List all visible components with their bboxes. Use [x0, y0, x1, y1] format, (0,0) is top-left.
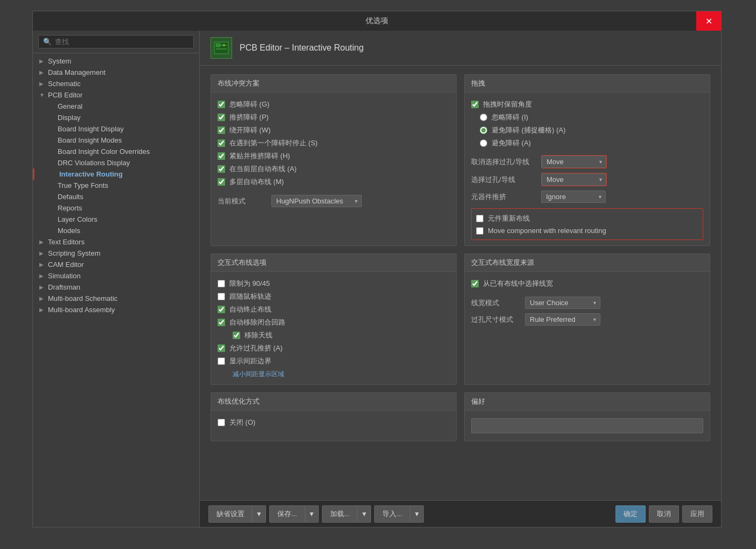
deselect-select[interactable]: Move Drag — [542, 156, 606, 168]
checkbox-stop-first-input[interactable] — [218, 139, 225, 147]
sidebar-item-true-type-fonts[interactable]: True Type Fonts — [33, 180, 199, 191]
cancel-button[interactable]: 取消 — [649, 505, 679, 523]
rerout-checkbox-row[interactable]: 元件重新布线 — [476, 212, 698, 225]
checkbox-push-obstacle[interactable]: 推挤障碍 (P) — [218, 111, 450, 124]
checkbox-around-obstacle[interactable]: 绕开障碍 (W) — [218, 124, 450, 137]
checkbox-ignore-obstacle[interactable]: 忽略障碍 (G) — [218, 98, 450, 111]
radio-avoid-grid-input[interactable] — [480, 126, 487, 134]
select-via-select-wrap[interactable]: Move Drag — [541, 173, 607, 186]
checkbox-hug-push[interactable]: 紧贴并推挤障碍 (H) — [218, 150, 450, 163]
load-dropdown[interactable]: ▼ — [358, 505, 371, 523]
opt-close-row[interactable]: 关闭 (O) — [218, 416, 450, 429]
checkbox-multi-layer-route[interactable]: 多层自动布线 (M) — [218, 175, 450, 188]
sidebar-item-board-insight-modes[interactable]: Board Insight Modes — [33, 135, 199, 146]
radio-avoid-obstacle[interactable]: 避免障碍 (A) — [480, 137, 703, 150]
checkbox-hug-push-input[interactable] — [218, 152, 225, 160]
panel-scroll-content[interactable]: 布线冲突方案 忽略障碍 (G) 推挤障碍 (P) — [200, 66, 721, 500]
pref-input[interactable] — [471, 418, 703, 433]
via-size-select-wrap[interactable]: Rule Preferred User Choice Rule Minimum … — [525, 313, 600, 326]
move-comp-checkbox-row[interactable]: Move component with relevant routing — [476, 225, 698, 236]
checkbox-stop-first[interactable]: 在遇到第一个障碍时停止 (S) — [218, 137, 450, 150]
checkbox-ignore-obstacle-input[interactable] — [218, 101, 225, 108]
main-content: 🔍 ▶ System ▶ Data Management ▶ Sc — [33, 31, 721, 527]
move-comp-checkbox[interactable] — [476, 227, 484, 235]
show-clearance-row[interactable]: 显示间距边界 — [218, 355, 450, 368]
sidebar-item-layer-colors[interactable]: Layer Colors — [33, 214, 199, 225]
current-mode-select[interactable]: HugNPush Obstacles Ignore Obstacles Push… — [271, 195, 362, 207]
rerout-checkbox[interactable] — [476, 215, 484, 222]
limit-90-45-checkbox[interactable] — [218, 280, 225, 287]
radio-avoid-grid[interactable]: 避免障碍 (捕捉栅格) (A) — [480, 124, 703, 137]
show-clearance-checkbox[interactable] — [218, 357, 225, 365]
sidebar-item-text-editors[interactable]: ▶ Text Editors — [33, 236, 199, 248]
sidebar-item-system[interactable]: ▶ System — [33, 55, 199, 67]
current-mode-select-wrap[interactable]: HugNPush Obstacles Ignore Obstacles Push… — [271, 195, 362, 207]
deselect-select-wrap[interactable]: Move Drag — [541, 155, 607, 168]
radio-ignore-obstacle-input[interactable] — [480, 114, 487, 121]
save-dropdown[interactable]: ▼ — [305, 505, 319, 523]
component-push-select[interactable]: Ignore Push Move — [541, 191, 606, 203]
sidebar-item-defaults[interactable]: Defaults — [33, 191, 199, 202]
remove-antenna-row[interactable]: 移除天线 — [218, 329, 450, 342]
sidebar-item-simulation[interactable]: ▶ Simulation — [33, 270, 199, 281]
checkbox-around-obstacle-input[interactable] — [218, 126, 225, 134]
checkbox-multi-layer-route-input[interactable] — [218, 178, 225, 186]
follow-mouse-checkbox[interactable] — [218, 293, 225, 300]
optimization-section-title: 布线优化方式 — [211, 393, 456, 411]
sidebar-item-models[interactable]: Models — [33, 225, 199, 236]
allow-via-push-checkbox[interactable] — [218, 344, 225, 352]
keep-angle-row[interactable]: 拖拽时保留角度 — [471, 98, 703, 111]
sidebar-item-draftsman[interactable]: ▶ Draftsman — [33, 281, 199, 293]
sidebar-item-interactive-routing[interactable]: Interactive Routing — [33, 168, 199, 180]
save-button[interactable]: 保存... — [269, 505, 305, 523]
sidebar-item-general[interactable]: General — [33, 101, 199, 112]
default-settings-button[interactable]: 缺省设置 — [208, 505, 253, 523]
width-mode-select[interactable]: User Choice Rule Preferred Rule Minimum … — [525, 297, 600, 309]
checkbox-push-obstacle-input[interactable] — [218, 114, 225, 121]
radio-avoid-obstacle-input[interactable] — [480, 139, 487, 147]
auto-remove-loop-row[interactable]: 自动移除闭合回路 — [218, 316, 450, 329]
load-button[interactable]: 加载... — [322, 505, 358, 523]
sidebar-item-pcb-editor[interactable]: ▼ PCB Editor — [33, 89, 199, 101]
sidebar-item-board-insight-display[interactable]: Board Insight Display — [33, 123, 199, 135]
radio-ignore-obstacle[interactable]: 忽略障碍 (I) — [480, 111, 703, 124]
auto-remove-loop-checkbox[interactable] — [218, 319, 225, 326]
import-dropdown[interactable]: ▼ — [410, 505, 424, 523]
sidebar-item-board-insight-color-overrides[interactable]: Board Insight Color Overrides — [33, 146, 199, 157]
sidebar-item-multi-board-schematic[interactable]: ▶ Multi-board Schematic — [33, 293, 199, 304]
sidebar-item-cam-editor[interactable]: ▶ CAM Editor — [33, 259, 199, 270]
default-settings-dropdown[interactable]: ▼ — [253, 505, 266, 523]
search-input[interactable] — [55, 38, 189, 46]
select-width-checkbox[interactable] — [471, 280, 479, 287]
sidebar-item-label: PCB Editor — [48, 91, 82, 99]
width-mode-select-wrap[interactable]: User Choice Rule Preferred Rule Minimum … — [525, 297, 600, 309]
keep-angle-checkbox[interactable] — [471, 101, 479, 108]
component-push-select-wrap[interactable]: Ignore Push Move — [541, 191, 606, 203]
sidebar-item-data-management[interactable]: ▶ Data Management — [33, 67, 199, 78]
allow-via-push-row[interactable]: 允许过孔推挤 (A) — [218, 342, 450, 355]
apply-button[interactable]: 应用 — [682, 505, 712, 523]
remove-antenna-checkbox[interactable] — [233, 332, 240, 339]
sidebar-item-schematic[interactable]: ▶ Schematic — [33, 78, 199, 89]
limit-90-45-row[interactable]: 限制为 90/45 — [218, 277, 450, 290]
sidebar-item-reports[interactable]: Reports — [33, 202, 199, 214]
conflict-section: 布线冲突方案 忽略障碍 (G) 推挤障碍 (P) — [211, 74, 457, 246]
follow-mouse-row[interactable]: 跟随鼠标轨迹 — [218, 290, 450, 303]
sidebar-item-display[interactable]: Display — [33, 112, 199, 123]
ok-button[interactable]: 确定 — [615, 505, 646, 523]
import-button[interactable]: 导入... — [374, 505, 410, 523]
search-input-wrap[interactable]: 🔍 — [38, 35, 194, 48]
checkbox-auto-route-layer[interactable]: 在当前层自动布线 (A) — [218, 163, 450, 175]
auto-terminate-checkbox[interactable] — [218, 306, 225, 313]
sidebar-item-drc-violations-display[interactable]: DRC Violations Display — [33, 157, 199, 168]
select-width-row[interactable]: 从已有布线中选择线宽 — [471, 277, 703, 290]
opt-close-checkbox[interactable] — [218, 419, 225, 426]
auto-terminate-row[interactable]: 自动终止布线 — [218, 303, 450, 316]
sidebar-item-scripting-system[interactable]: ▶ Scripting System — [33, 248, 199, 259]
sidebar-item-multi-board-assembly[interactable]: ▶ Multi-board Assembly — [33, 304, 199, 315]
checkbox-auto-route-layer-input[interactable] — [218, 165, 225, 173]
via-size-select[interactable]: Rule Preferred User Choice Rule Minimum … — [525, 313, 600, 326]
select-via-select[interactable]: Move Drag — [542, 173, 606, 186]
expand-arrow: ▶ — [39, 295, 48, 301]
close-button[interactable]: ✕ — [696, 11, 721, 31]
